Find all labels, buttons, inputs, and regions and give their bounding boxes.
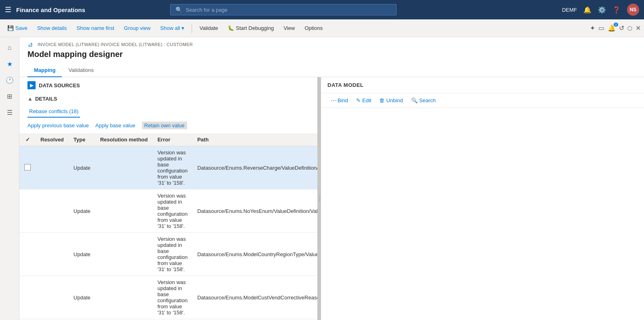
close-icon[interactable]: ✕	[636, 24, 641, 32]
row-resolution-method	[95, 276, 153, 319]
select-all-icon[interactable]: ✓	[25, 137, 30, 143]
global-search-placeholder: Search for a page	[186, 7, 227, 13]
content-area: ⊿ INVOICE MODEL (LITWARE) INVOICE MODEL …	[19, 37, 644, 320]
apply-base-value-button[interactable]: Apply base value	[95, 122, 135, 129]
row-resolved	[36, 276, 69, 319]
hamburger-menu[interactable]: ☰	[5, 5, 11, 14]
sidebar: ⌂ ★ 🕐 ⊞ ☰	[0, 37, 19, 320]
edit-icon: ✎	[356, 97, 361, 103]
table-body: UpdateVersion was updated in base config…	[19, 146, 317, 320]
apply-previous-base-value-button[interactable]: Apply previous base value	[27, 122, 89, 129]
left-pane: ▶ DATA SOURCES ▲ DETAILS Rebase conflict…	[19, 77, 319, 320]
row-resolution-method	[95, 233, 153, 276]
save-button[interactable]: 💾 Save	[3, 23, 32, 34]
help-icon[interactable]: ❓	[612, 6, 621, 14]
top-navigation: ☰ Finance and Operations 🔍 Search for a …	[0, 0, 644, 19]
bind-button[interactable]: ⋯ Bind	[327, 96, 351, 105]
row-check-cell	[19, 189, 36, 233]
table-row[interactable]: UpdateVersion was updated in base config…	[19, 233, 317, 276]
show-all-button[interactable]: Show all ▾	[156, 23, 188, 34]
search-icon: 🔍	[175, 6, 182, 13]
table-row[interactable]: UpdateVersion was updated in base config…	[19, 189, 317, 233]
search-button[interactable]: 🔍 Search	[408, 96, 439, 105]
tabs-bar: Mapping Validations	[19, 64, 644, 77]
sidebar-item-workspaces[interactable]: ⊞	[2, 89, 17, 103]
data-model-header: DATA MODEL	[321, 77, 644, 93]
row-error: Version was updated in base configuratio…	[152, 189, 192, 233]
row-type: Update	[69, 233, 95, 276]
row-error: Version was updated in base configuratio…	[152, 233, 192, 276]
settings-icon[interactable]: ⚙️	[598, 6, 606, 14]
open-external-icon[interactable]: ⬡	[627, 25, 632, 32]
avatar[interactable]: NS	[627, 4, 639, 16]
right-pane: DATA MODEL ⋯ Bind ✎ Edit 🗑 Unbind	[321, 77, 644, 320]
search-icon: 🔍	[411, 97, 418, 103]
unbind-button[interactable]: 🗑 Unbind	[376, 96, 406, 105]
row-path: Datasource/Enums.ModelCustVendCorrective…	[192, 276, 317, 319]
bind-icon: ⋯	[331, 97, 336, 103]
row-resolved	[36, 189, 69, 233]
start-debugging-button[interactable]: 🐛 Start Debugging	[224, 23, 278, 34]
row-path: Datasource/Enums.ModelCountryRegionType/…	[192, 233, 317, 276]
row-path: Datasource/Enums.ReverseCharge/ValueDefi…	[192, 146, 317, 189]
col-type: Type	[69, 133, 95, 146]
expand-button[interactable]: ▶	[27, 81, 36, 89]
sidebar-item-recent[interactable]: 🕐	[2, 73, 17, 87]
table-row[interactable]: UpdateVersion was updated in base config…	[19, 276, 317, 319]
favorites-icon[interactable]: ✦	[590, 24, 595, 32]
col-resolved: Resolved	[36, 133, 69, 146]
bell-icon[interactable]: 🔔	[583, 6, 591, 14]
validate-button[interactable]: Validate	[195, 23, 222, 34]
row-resolution-method	[95, 146, 153, 189]
split-content: ▶ DATA SOURCES ▲ DETAILS Rebase conflict…	[19, 77, 644, 320]
tab-validations[interactable]: Validations	[62, 64, 100, 77]
edit-button[interactable]: ✎ Edit	[353, 96, 374, 105]
tab-mapping[interactable]: Mapping	[27, 64, 62, 77]
unbind-icon: 🗑	[379, 97, 384, 103]
table-row[interactable]: UpdateVersion was updated in base config…	[19, 146, 317, 189]
command-bar: 💾 Save Show details Show name first Grou…	[0, 19, 644, 37]
view-button[interactable]: View	[279, 23, 299, 34]
col-resolution: Resolution method	[95, 133, 153, 146]
collapse-arrow[interactable]: ▲	[27, 96, 33, 102]
row-resolved	[36, 233, 69, 276]
breadcrumb: INVOICE MODEL (LITWARE) INVOICE MODEL (L…	[38, 42, 193, 47]
conflicts-tab-area: Rebase conflicts (18)	[19, 104, 317, 118]
filter-icon[interactable]: ⊿	[27, 40, 33, 48]
refresh-icon[interactable]: ↺	[619, 24, 624, 32]
options-button[interactable]: Options	[300, 23, 327, 34]
group-view-button[interactable]: Group view	[120, 23, 155, 34]
retain-own-value-button[interactable]: Retain own value	[142, 122, 187, 129]
table-header-row: ✓ Resolved Type Resolution method Error …	[19, 133, 317, 146]
show-details-button[interactable]: Show details	[33, 23, 71, 34]
row-type: Update	[69, 276, 95, 319]
show-name-first-button[interactable]: Show name first	[72, 23, 118, 34]
row-resolved	[36, 146, 69, 189]
save-icon: 💾	[7, 25, 14, 31]
sidebar-item-modules[interactable]: ☰	[2, 105, 17, 120]
global-search-box[interactable]: 🔍 Search for a page	[170, 4, 397, 15]
conflicts-table: ✓ Resolved Type Resolution method Error …	[19, 133, 317, 320]
sidebar-item-favorites[interactable]: ★	[2, 57, 17, 71]
right-toolbar: ⋯ Bind ✎ Edit 🗑 Unbind 🔍 Search	[321, 93, 644, 108]
col-error: Error	[152, 133, 192, 146]
row-checkbox[interactable]	[24, 164, 31, 171]
col-path: Path	[192, 133, 317, 146]
row-check-cell	[19, 233, 36, 276]
col-check: ✓	[19, 133, 36, 146]
row-error: Version was updated in base configuratio…	[152, 146, 192, 189]
rebase-conflicts-tab[interactable]: Rebase conflicts (18)	[27, 106, 80, 118]
row-type: Update	[69, 146, 95, 189]
debug-icon: 🐛	[228, 25, 234, 31]
row-path: Datasource/Enums.NoYesEnum/ValueDefiniti…	[192, 189, 317, 233]
chevron-down-icon: ▾	[182, 25, 184, 31]
row-error: Version was updated in base configuratio…	[152, 276, 192, 319]
notification-badge[interactable]: 🔔0	[608, 24, 616, 32]
panel-icon[interactable]: ▭	[598, 24, 604, 32]
main-layout: ⌂ ★ 🕐 ⊞ ☰ ⊿ INVOICE MODEL (LITWARE) INVO…	[0, 37, 644, 320]
row-check-cell	[19, 276, 36, 319]
sidebar-item-home[interactable]: ⌂	[2, 40, 17, 55]
row-resolution-method	[95, 189, 153, 233]
row-check-cell	[19, 146, 36, 189]
action-buttons: Apply previous base value Apply base val…	[19, 118, 317, 133]
